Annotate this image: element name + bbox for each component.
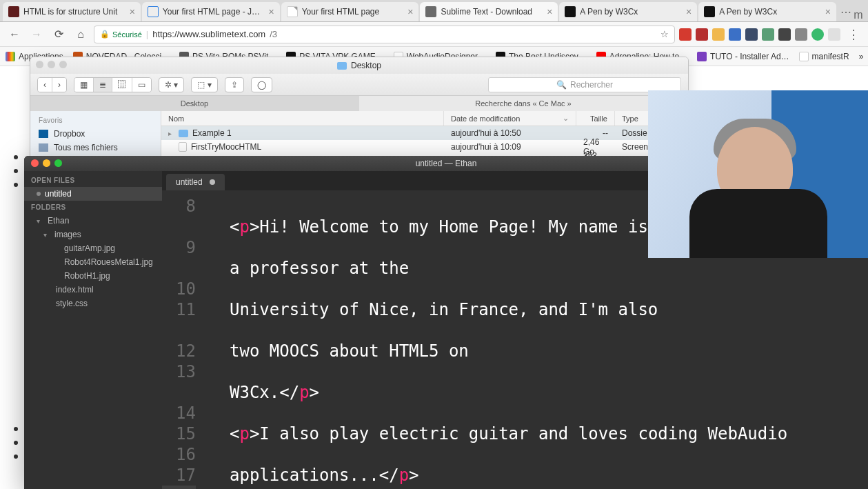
folder-images[interactable]: ▾images xyxy=(24,228,162,241)
line-number: 14 xyxy=(162,403,196,423)
close-icon[interactable]: × xyxy=(407,6,413,17)
folder-root[interactable]: ▾Ethan xyxy=(24,214,162,228)
share-button[interactable]: ⇪ xyxy=(225,77,244,92)
close-window-icon[interactable] xyxy=(36,61,43,68)
sidebar-item-allfiles[interactable]: Tous mes fichiers xyxy=(30,141,161,154)
minimize-window-icon[interactable] xyxy=(48,61,55,68)
new-tab-button[interactable]: ⋯ xyxy=(838,3,851,21)
tab-label: untitled xyxy=(176,177,203,187)
url-path: /3 xyxy=(270,29,277,39)
bookmark-tuto[interactable]: TUTO - Installer Ad… xyxy=(697,52,789,61)
tab-html-structure[interactable]: HTML is for structure Unit× xyxy=(3,2,141,21)
file-item[interactable]: guitarAmp.jpg xyxy=(24,241,162,255)
tab-first-html-jsbin[interactable]: Your first HTML page - JS B× xyxy=(142,2,280,21)
col-name[interactable]: Nom xyxy=(161,111,444,126)
close-icon[interactable]: × xyxy=(686,6,692,17)
close-icon[interactable]: × xyxy=(825,6,831,17)
path-tab-search[interactable]: Recherche dans « Ce Mac » xyxy=(359,96,688,111)
arrange-button[interactable]: ✲ ▾ xyxy=(159,77,184,92)
coverflow-view-button[interactable]: ▭ xyxy=(132,78,151,92)
minimize-window-icon[interactable] xyxy=(43,159,50,167)
folders-heading: FOLDERS xyxy=(24,201,162,214)
tab-sublime-download[interactable]: Sublime Text - Download× xyxy=(420,2,558,21)
webcam-overlay xyxy=(648,90,868,258)
extension-icon[interactable] xyxy=(729,28,741,41)
profile-icon[interactable] xyxy=(811,28,824,41)
secure-label: Sécurisé xyxy=(112,30,142,39)
file-icon xyxy=(179,142,187,152)
finder-titlebar[interactable]: Desktop xyxy=(30,57,688,74)
apps-icon xyxy=(6,52,15,61)
reload-button[interactable]: ⟳ xyxy=(50,26,68,43)
view-mode-buttons: ▦ ≣ ⿲ ▭ xyxy=(74,77,152,92)
file-item[interactable]: RobotH1.jpg xyxy=(24,269,162,283)
forward-button[interactable]: › xyxy=(52,78,66,92)
favicon-icon xyxy=(8,6,19,17)
line-number: 13 xyxy=(162,361,196,382)
menu-icon[interactable]: ⋮ xyxy=(845,27,862,42)
file-item[interactable]: Robot4RouesMetal1.jpg xyxy=(24,255,162,269)
url-host: https://www.sublimetext.com xyxy=(152,29,265,39)
tab-first-html-page[interactable]: Your first HTML page× xyxy=(281,2,419,21)
disclosure-icon[interactable]: ▸ xyxy=(168,130,174,137)
file-date: aujourd'hui à 10:09 xyxy=(444,142,576,152)
bookmark-manifestr[interactable]: manifestR xyxy=(799,52,849,61)
line-number: 8 xyxy=(162,196,196,217)
window-controls xyxy=(36,61,67,68)
zoom-window-icon[interactable] xyxy=(59,61,67,68)
extension-icon[interactable] xyxy=(778,28,791,41)
tags-button[interactable]: ◯ xyxy=(251,77,272,92)
col-size[interactable]: Taille xyxy=(576,111,615,126)
file-item[interactable]: index.html xyxy=(24,283,162,297)
file-item[interactable]: style.css xyxy=(24,297,162,310)
extension-icon[interactable] xyxy=(712,28,725,41)
extension-icon[interactable] xyxy=(679,28,692,41)
bookmark-star-icon[interactable]: ☆ xyxy=(660,29,669,39)
window-controls xyxy=(31,159,62,167)
nav-buttons: ‹ › xyxy=(37,77,67,92)
tab-codepen-w3cx-1[interactable]: A Pen by W3Cx× xyxy=(559,2,697,21)
bookmarks-overflow-icon[interactable]: » xyxy=(859,52,864,61)
back-button[interactable]: ‹ xyxy=(38,78,52,92)
close-window-icon[interactable] xyxy=(31,159,39,167)
close-icon[interactable]: × xyxy=(268,6,274,17)
col-date[interactable]: Date de modification ⌄ xyxy=(444,111,576,126)
extension-icon[interactable] xyxy=(762,28,774,41)
path-tab-desktop[interactable]: Desktop xyxy=(30,96,359,111)
line-gutter: 8 9 10 11 12 13 14 15 16 17 18 xyxy=(162,190,205,489)
chevron-down-icon[interactable]: ▾ xyxy=(43,231,50,239)
tab-user-avatar[interactable]: m xyxy=(851,9,865,21)
sublime-tab[interactable]: untitled xyxy=(166,174,225,190)
icon-view-button[interactable]: ▦ xyxy=(74,78,94,92)
tab-title: A Pen by W3Cx xyxy=(719,7,821,17)
forward-button[interactable]: → xyxy=(28,26,46,43)
cast-icon[interactable] xyxy=(795,28,807,41)
chevron-down-icon[interactable]: ▾ xyxy=(37,217,43,225)
back-button[interactable]: ← xyxy=(6,26,23,43)
folder-icon xyxy=(179,130,188,137)
extension-icon[interactable] xyxy=(745,28,758,41)
zoom-window-icon[interactable] xyxy=(54,159,62,167)
tab-title: HTML is for structure Unit xyxy=(23,7,125,17)
tab-codepen-w3cx-2[interactable]: A Pen by W3Cx× xyxy=(698,2,836,21)
dropbox-icon xyxy=(39,130,48,138)
line-number: 11 xyxy=(162,299,196,320)
home-button[interactable]: ⌂ xyxy=(72,26,90,43)
extension-icon[interactable] xyxy=(696,28,708,41)
close-icon[interactable]: × xyxy=(547,6,552,17)
list-view-button[interactable]: ≣ xyxy=(94,78,112,92)
folder-label: Ethan xyxy=(48,216,69,226)
close-icon[interactable]: × xyxy=(130,6,135,17)
sidebar-item-dropbox[interactable]: Dropbox xyxy=(30,127,161,141)
extension-icon[interactable] xyxy=(828,28,840,41)
finder-window: Desktop ‹ › ▦ ≣ ⿲ ▭ ✲ ▾ ⬚ ▾ ⇪ ◯ 🔍Recherc… xyxy=(30,57,689,167)
open-file-item[interactable]: untitled xyxy=(24,187,162,201)
page-bullets xyxy=(14,155,18,459)
browser-toolbar: ← → ⟳ ⌂ 🔒 Sécurisé | https://www.sublime… xyxy=(0,22,868,47)
favicon-icon xyxy=(565,6,576,17)
bookmark-icon xyxy=(697,52,707,61)
finder-path-tabs: Desktop Recherche dans « Ce Mac » xyxy=(30,96,688,111)
column-view-button[interactable]: ⿲ xyxy=(112,78,132,92)
address-bar[interactable]: 🔒 Sécurisé | https://www.sublimetext.com… xyxy=(94,26,675,43)
action-button[interactable]: ⬚ ▾ xyxy=(191,77,217,92)
